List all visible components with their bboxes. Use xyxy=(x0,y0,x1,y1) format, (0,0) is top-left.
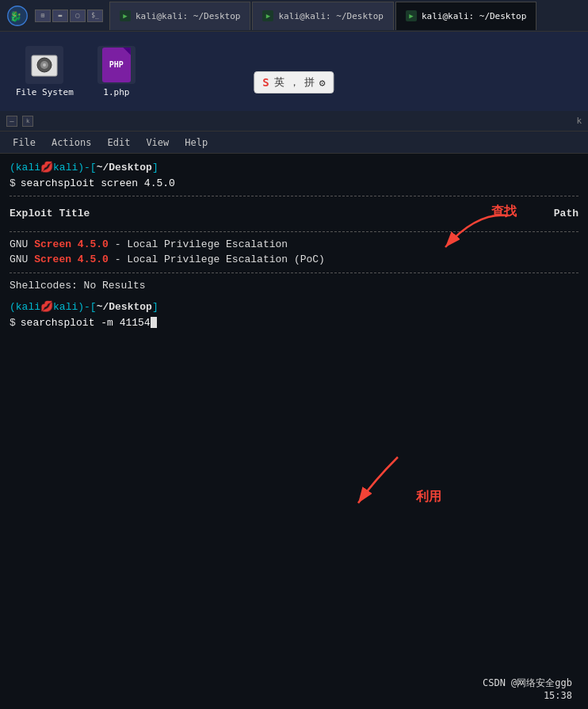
ime-sep: ， xyxy=(289,75,300,90)
menu-actions[interactable]: Actions xyxy=(45,135,98,151)
prompt-line-2: (kali💋kali)-[~/Desktop] xyxy=(10,299,578,315)
terminal-tab-2[interactable]: ▶ kali@kali: ~/Desktop xyxy=(252,2,393,30)
ime-logo: S xyxy=(262,76,269,89)
cmd-line-2: $ searchsploit -m 41154 xyxy=(10,315,578,331)
dollar-2: $ xyxy=(10,315,16,331)
ime-pinyin: 拼 xyxy=(304,75,315,90)
result-text-1: - Local Privilege Escalation xyxy=(109,238,288,250)
arrow-exploit xyxy=(350,449,430,513)
menu-bar: File Actions Edit View Help xyxy=(0,132,588,154)
result-text-2: - Local Privilege Escalation (PoC) xyxy=(109,253,325,265)
cmd-line-1: $ searchsploit screen 4.5.0 xyxy=(10,176,578,192)
ime-bar: S 英 ， 拼 ⚙ xyxy=(254,71,334,93)
window-edge[interactable]: k xyxy=(22,116,33,127)
tab-icon-2: ▶ xyxy=(262,10,273,21)
ime-lang: 英 xyxy=(274,75,284,90)
prompt-user-2: kali xyxy=(16,299,40,315)
gnu-prefix-1: GNU xyxy=(10,238,34,250)
php-file-icon: PHP xyxy=(97,46,136,84)
window-minimize[interactable]: — xyxy=(6,116,17,127)
terminal-content: (kali💋kali)-[~/Desktop] $ searchsploit s… xyxy=(0,154,588,709)
taskbar-btn-1[interactable]: ⊞ xyxy=(35,10,51,22)
exploit-title-header: Exploit Title xyxy=(10,203,90,225)
ime-settings-icon[interactable]: ⚙ xyxy=(319,77,326,89)
prompt-dir-1: ~/Desktop xyxy=(97,160,152,176)
menu-file[interactable]: File xyxy=(6,135,42,151)
terminal-titlebar: — k k xyxy=(0,111,588,132)
prompt-path-2: )-[ xyxy=(78,299,96,315)
prompt-close-1: ] xyxy=(152,160,158,176)
path-header: Path xyxy=(554,203,578,225)
command-2: searchsploit -m 41154 xyxy=(21,315,151,331)
terminal-cursor xyxy=(151,317,157,328)
prompt-heart-1: 💋 xyxy=(40,160,53,176)
command-1: searchsploit screen 4.5.0 xyxy=(21,176,175,192)
divider-3 xyxy=(10,273,578,273)
tab-label-1: kali@kali: ~/Desktop xyxy=(136,11,240,21)
terminal-window: — k k File Actions Edit View Help did=33… xyxy=(0,111,588,709)
terminal-tab-1[interactable]: ▶ kali@kali: ~/Desktop xyxy=(109,2,250,30)
prompt-close-2: ] xyxy=(152,299,158,315)
gnu-prefix-2: GNU xyxy=(10,253,34,265)
tab-icon-1: ▶ xyxy=(120,10,131,21)
screen-version-1: Screen 4.5.0 xyxy=(34,238,109,250)
prompt-line-1: (kali💋kali)-[~/Desktop] xyxy=(10,160,578,176)
filesystem-icon xyxy=(25,46,63,84)
taskbar-btn-3[interactable]: ▢ xyxy=(70,10,86,22)
taskbar: 🐉 ⊞ ▬ ▢ $_ ▶ kali@kali: ~/Desktop ▶ kali… xyxy=(0,0,588,32)
second-block: (kali💋kali)-[~/Desktop] $ searchsploit -… xyxy=(10,299,578,330)
prompt-host-2: kali xyxy=(53,299,78,315)
prompt-user-1: kali xyxy=(16,160,40,176)
menu-edit[interactable]: Edit xyxy=(101,135,136,151)
prompt-open-2: ( xyxy=(10,299,16,315)
terminal-tab-3[interactable]: ▶ kali@kali: ~/Desktop xyxy=(395,2,536,30)
svg-point-5 xyxy=(43,63,46,67)
prompt-host-1: kali xyxy=(53,160,78,176)
tab-icon-3: ▶ xyxy=(406,10,417,21)
tab-label-2: kali@kali: ~/Desktop xyxy=(278,11,383,21)
php-label: 1.php xyxy=(103,87,129,97)
terminal-edge-right: k xyxy=(576,116,582,126)
tab-label-3: kali@kali: ~/Desktop xyxy=(422,11,526,21)
filesystem-label: File System xyxy=(16,87,74,97)
taskbar-btn-2[interactable]: ▬ xyxy=(52,10,68,22)
taskbar-btn-4[interactable]: $_ xyxy=(87,10,103,22)
screen-version-2: Screen 4.5.0 xyxy=(34,253,109,265)
dollar-1: $ xyxy=(10,176,16,192)
arrow-find xyxy=(430,208,525,271)
divider-1 xyxy=(10,196,578,196)
desktop: File System PHP 1.php S 英 ， 拼 ⚙ xyxy=(0,32,588,111)
menu-view[interactable]: View xyxy=(139,135,175,151)
shellcode-line: Shellcodes: No Results xyxy=(10,278,578,294)
prompt-path-1: )-[ xyxy=(78,160,96,176)
prompt-open-1: ( xyxy=(10,160,16,176)
csdn-line1: CSDN @网络安全ggb xyxy=(483,677,572,690)
menu-help[interactable]: Help xyxy=(178,135,214,151)
csdn-line2: 15:38 xyxy=(483,690,572,701)
taskbar-icons: ⊞ ▬ ▢ $_ xyxy=(35,10,103,22)
svg-text:🐉: 🐉 xyxy=(10,10,22,23)
prompt-heart-2: 💋 xyxy=(40,299,53,315)
kali-logo: 🐉 xyxy=(3,2,32,30)
csdn-watermark: CSDN @网络安全ggb 15:38 xyxy=(483,677,572,701)
prompt-dir-2: ~/Desktop xyxy=(97,299,152,315)
desktop-icon-php[interactable]: PHP 1.php xyxy=(97,46,136,97)
desktop-icon-filesystem[interactable]: File System xyxy=(16,46,74,97)
